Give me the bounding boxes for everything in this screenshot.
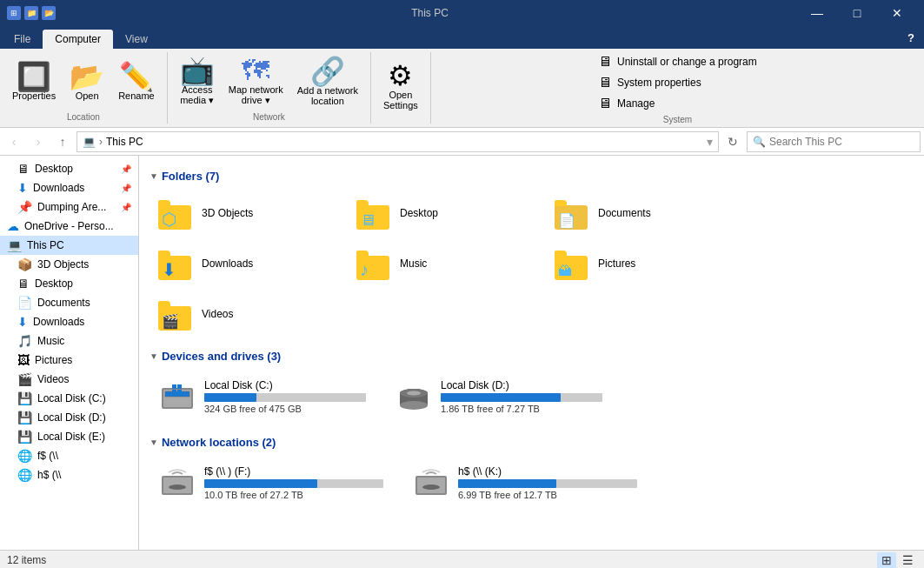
open-button[interactable]: 📂 Open (64, 61, 110, 103)
folder-videos-icon: 🎬 (158, 297, 195, 331)
sidebar-item-hs[interactable]: 🌐 h$ (\\ (0, 465, 138, 484)
drive-d-free: 1.86 TB free of 7.27 TB (441, 404, 602, 414)
rename-button[interactable]: ✏️ Rename (113, 61, 160, 103)
properties-icon: 🔲 (17, 63, 51, 90)
ribbon-group-system-items: 🖥 Uninstall or change a program 🖥 System… (591, 52, 764, 113)
drive-c-free: 324 GB free of 475 GB (204, 404, 366, 414)
sidebar-item-desktop[interactable]: 🖥 Desktop 📌 (0, 159, 138, 178)
videos-sidebar-icon: 🎬 (17, 372, 32, 386)
network-section-header[interactable]: ▼ Network locations (2) (150, 436, 914, 449)
tab-file[interactable]: File (2, 30, 43, 49)
maximize-button[interactable]: □ (837, 0, 877, 26)
sidebar-item-videos[interactable]: 🎬 Videos (0, 370, 138, 389)
sidebar-item-local-e[interactable]: 💾 Local Disk (E:) (0, 427, 138, 446)
properties-button[interactable]: 🔲 Properties (7, 61, 61, 103)
sidebar-local-e-label: Local Disk (E:) (37, 431, 105, 443)
open-icon: 📂 (70, 63, 104, 90)
folder-music-label: Music (400, 257, 427, 270)
open-settings-button[interactable]: ⚙ OpenSettings (378, 60, 423, 112)
network-fs-icon (159, 467, 196, 498)
sidebar-item-fs[interactable]: 🌐 f$ (\\ (0, 446, 138, 465)
open-label: Open (76, 90, 99, 101)
rename-icon: ✏️ (119, 63, 154, 90)
title-bar: ⊞ 📁 📂 This PC — □ ✕ (0, 0, 924, 26)
sidebar-item-pictures[interactable]: 🖼 Pictures (0, 351, 138, 370)
minimize-button[interactable]: — (797, 0, 837, 26)
tab-view[interactable]: View (113, 30, 160, 49)
folder-documents[interactable]: 📄 Documents (546, 191, 737, 235)
folders-section-header[interactable]: ▼ Folders (7) (150, 170, 914, 183)
folder-music-icon: ♪ (356, 247, 393, 280)
tab-computer[interactable]: Computer (43, 30, 113, 49)
sidebar-item-downloads[interactable]: ⬇ Downloads 📌 (0, 178, 138, 197)
system-buttons-col: 🖥 Uninstall or change a program 🖥 System… (591, 52, 764, 113)
drive-d[interactable]: Local Disk (D:) 1.86 TB free of 7.27 TB (386, 371, 612, 422)
network-hs[interactable]: h$ (\\ (K:) 6.99 TB free of 12.7 TB (403, 458, 647, 508)
folder-pictures-label: Pictures (598, 257, 635, 270)
folder-pictures[interactable]: 🏔 Pictures (546, 242, 737, 285)
network-header-label: Network locations (2) (162, 436, 276, 449)
sidebar-music-label: Music (37, 335, 64, 347)
add-network-label: Add a networklocation (297, 85, 358, 106)
devices-chevron: ▼ (150, 351, 158, 361)
sidebar-item-local-c[interactable]: 💾 Local Disk (C:) (0, 389, 138, 408)
manage-button[interactable]: 🖥 Manage (591, 94, 764, 113)
access-media-button[interactable]: 📺 Accessmedia ▾ (175, 55, 220, 108)
breadcrumb-dropdown-icon[interactable]: ▾ (707, 135, 713, 149)
sidebar-item-downloads2[interactable]: ⬇ Downloads (0, 312, 138, 331)
sidebar-desktop-label: Desktop (35, 163, 73, 175)
search-box[interactable]: 🔍 (747, 131, 921, 152)
sidebar-item-desktop2[interactable]: 🖥 Desktop (0, 274, 138, 293)
uninstall-button[interactable]: 🖥 Uninstall or change a program (591, 52, 764, 71)
folders-chevron: ▼ (150, 171, 158, 181)
help-button[interactable]: ? (901, 28, 921, 47)
sidebar-fs-label: f$ (\\ (37, 450, 58, 462)
sidebar-item-dumping[interactable]: 📌 Dumping Are... 📌 (0, 197, 138, 217)
network-hs-free: 6.99 TB free of 12.7 TB (458, 490, 637, 500)
uninstall-icon: 🖥 (598, 54, 612, 70)
sidebar: 🖥 Desktop 📌 ⬇ Downloads 📌 📌 Dumping Are.… (0, 156, 139, 550)
forward-button[interactable]: › (28, 131, 49, 152)
window-controls: — □ ✕ (797, 0, 917, 26)
refresh-button[interactable]: ↻ (722, 131, 743, 152)
ribbon-group-location-items: 🔲 Properties 📂 Open ✏️ Rename (7, 52, 160, 110)
search-input[interactable] (769, 136, 914, 148)
sidebar-local-c-label: Local Disk (C:) (37, 392, 106, 404)
ribbon-group-system: 🖥 Uninstall or change a program 🖥 System… (431, 52, 924, 124)
sidebar-item-music[interactable]: 🎵 Music (0, 331, 138, 351)
sidebar-desktop2-label: Desktop (35, 277, 73, 290)
sidebar-item-documents[interactable]: 📄 Documents (0, 293, 138, 312)
system-properties-button[interactable]: 🖥 System properties (591, 73, 764, 92)
sidebar-item-local-d[interactable]: 💾 Local Disk (D:) (0, 408, 138, 427)
add-network-button[interactable]: 🔗 Add a networklocation (292, 56, 363, 108)
back-button[interactable]: ‹ (3, 131, 24, 152)
sidebar-item-3d-objects[interactable]: 📦 3D Objects (0, 255, 138, 274)
dumping-sidebar-icon: 📌 (17, 200, 32, 214)
ribbon-group-location: 🔲 Properties 📂 Open ✏️ Rename Location (0, 52, 168, 124)
up-button[interactable]: ↑ (52, 131, 73, 152)
drive-c[interactable]: Local Disk (C:) 324 GB free of 475 GB (150, 371, 376, 422)
drive-d-name: Local Disk (D:) (441, 379, 602, 391)
close-button[interactable]: ✕ (877, 0, 917, 26)
sidebar-3d-label: 3D Objects (37, 258, 89, 271)
local-c-sidebar-icon: 💾 (17, 391, 32, 405)
music-sidebar-icon: 🎵 (17, 334, 32, 348)
network-fs[interactable]: f$ (\\ ) (F:) 10.0 TB free of 27.2 TB (150, 458, 393, 508)
folder-desktop[interactable]: 🖥 Desktop (348, 191, 539, 235)
devices-section-header[interactable]: ▼ Devices and drives (3) (150, 350, 914, 363)
sidebar-docs-label: Documents (37, 297, 90, 309)
breadcrumb[interactable]: 💻 › This PC ▾ (76, 131, 719, 152)
sidebar-item-this-pc[interactable]: 💻 This PC (0, 236, 138, 255)
sidebar-item-onedrive[interactable]: ☁ OneDrive - Perso... (0, 217, 138, 236)
folder-downloads[interactable]: ⬇ Downloads (150, 242, 341, 285)
list-view-button[interactable]: ☰ (898, 552, 917, 568)
ribbon-group-network-items: 📺 Accessmedia ▾ 🗺 Map networkdrive ▾ 🔗 A… (175, 52, 363, 110)
folder-3d-objects[interactable]: ⬡ 3D Objects (150, 191, 341, 235)
folder-videos[interactable]: 🎬 Videos (150, 292, 341, 336)
grid-view-button[interactable]: ⊞ (877, 552, 896, 568)
ribbon-group-settings: ⚙ OpenSettings (371, 52, 431, 124)
3d-sidebar-icon: 📦 (17, 257, 32, 271)
map-network-button[interactable]: 🗺 Map networkdrive ▾ (223, 55, 289, 108)
folder-music[interactable]: ♪ Music (348, 242, 539, 285)
folder-pictures-icon: 🏔 (555, 247, 591, 280)
